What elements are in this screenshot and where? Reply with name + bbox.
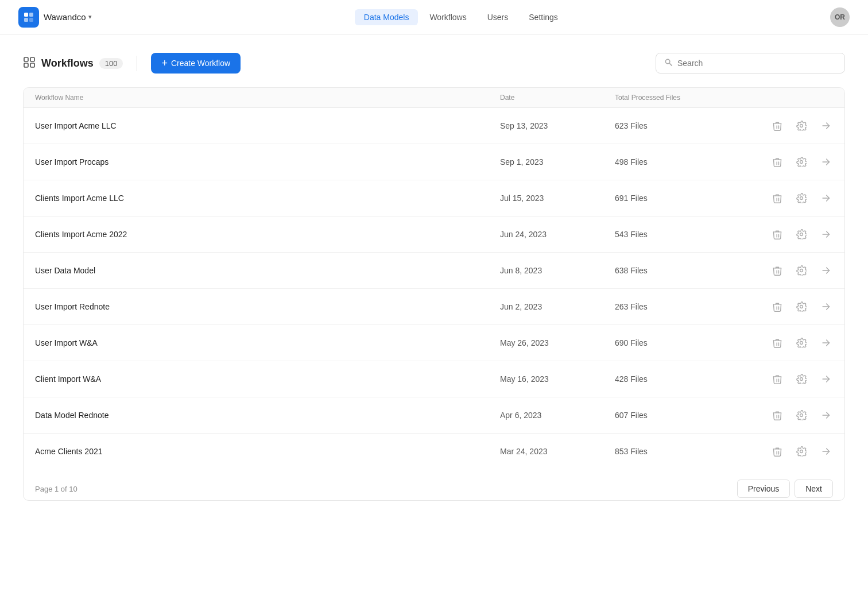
pagination-row: Page 1 of 10 Previous Next — [24, 469, 844, 500]
chevron-down-icon: ▾ — [88, 13, 92, 21]
settings-button[interactable] — [794, 408, 809, 423]
row-name: User Import Acme LLC — [35, 121, 500, 130]
table-row: User Import Rednote Jun 2, 2023 263 File… — [24, 289, 844, 325]
row-date: Jun 24, 2023 — [500, 230, 615, 239]
table-row: User Import Procaps Sep 1, 2023 498 File… — [24, 144, 844, 180]
svg-line-9 — [669, 63, 672, 65]
workflows-icon — [23, 56, 36, 71]
row-name: Client Import W&A — [35, 374, 500, 384]
row-actions — [741, 191, 833, 206]
row-date: May 26, 2023 — [500, 338, 615, 347]
svg-point-48 — [800, 450, 803, 453]
nav-item-data-models[interactable]: Data Models — [355, 9, 418, 25]
row-files: 498 Files — [615, 157, 741, 167]
row-name: Clients Import Acme LLC — [35, 194, 500, 203]
col-header-name: Workflow Name — [35, 94, 500, 102]
app-name[interactable]: Wawandco ▾ — [44, 12, 92, 22]
navigate-button[interactable] — [818, 372, 833, 386]
table-header: Workflow Name Date Total Processed Files — [24, 88, 844, 108]
svg-point-24 — [800, 233, 803, 236]
svg-point-40 — [800, 378, 803, 381]
nav-item-users[interactable]: Users — [478, 9, 518, 25]
navigate-button[interactable] — [818, 444, 833, 459]
svg-point-16 — [800, 161, 803, 164]
delete-button[interactable] — [770, 191, 785, 206]
nav-item-settings[interactable]: Settings — [520, 9, 567, 25]
delete-button[interactable] — [770, 408, 785, 423]
delete-button[interactable] — [770, 263, 785, 278]
svg-point-36 — [800, 342, 803, 345]
delete-button[interactable] — [770, 444, 785, 459]
toolbar-left: Workflows 100 + Create Workflow — [23, 53, 241, 74]
navigate-button[interactable] — [818, 263, 833, 278]
navigate-button[interactable] — [818, 118, 833, 133]
navigate-button[interactable] — [818, 227, 833, 242]
delete-button[interactable] — [770, 299, 785, 314]
settings-button[interactable] — [794, 263, 809, 278]
table-row: Clients Import Acme LLC Jul 15, 2023 691… — [24, 180, 844, 217]
plus-icon: + — [161, 58, 168, 68]
svg-point-44 — [800, 414, 803, 417]
delete-button[interactable] — [770, 335, 785, 350]
row-name: User Import Procaps — [35, 157, 500, 167]
search-icon — [664, 58, 673, 68]
row-date: May 16, 2023 — [500, 374, 615, 384]
settings-button[interactable] — [794, 444, 809, 459]
svg-rect-7 — [30, 63, 34, 67]
delete-button[interactable] — [770, 227, 785, 242]
nav-item-workflows[interactable]: Workflows — [420, 9, 475, 25]
row-actions — [741, 335, 833, 350]
settings-button[interactable] — [794, 191, 809, 206]
page-content: Workflows 100 + Create Workflow Workflow… — [0, 34, 868, 519]
row-files: 263 Files — [615, 302, 741, 311]
settings-button[interactable] — [794, 299, 809, 314]
create-workflow-button[interactable]: + Create Workflow — [151, 53, 241, 74]
navigate-button[interactable] — [818, 154, 833, 169]
row-files: 638 Files — [615, 266, 741, 275]
previous-button[interactable]: Previous — [737, 480, 790, 498]
row-files: 623 Files — [615, 121, 741, 130]
row-date: Apr 6, 2023 — [500, 411, 615, 420]
svg-point-8 — [665, 59, 670, 64]
navigate-button[interactable] — [818, 299, 833, 314]
row-files: 690 Files — [615, 338, 741, 347]
row-date: Jul 15, 2023 — [500, 194, 615, 203]
table-row: Data Model Rednote Apr 6, 2023 607 Files — [24, 397, 844, 434]
navigate-button[interactable] — [818, 408, 833, 423]
table-row: Clients Import Acme 2022 Jun 24, 2023 54… — [24, 217, 844, 253]
settings-button[interactable] — [794, 118, 809, 133]
row-name: User Import Rednote — [35, 302, 500, 311]
next-button[interactable]: Next — [795, 480, 833, 498]
search-input[interactable] — [677, 59, 836, 68]
header: Wawandco ▾ Data Models Workflows Users S… — [0, 0, 868, 34]
navigate-button[interactable] — [818, 191, 833, 206]
page-title: Workflows — [41, 57, 94, 69]
count-badge: 100 — [99, 58, 123, 69]
delete-button[interactable] — [770, 154, 785, 169]
row-name: Acme Clients 2021 — [35, 447, 500, 456]
settings-button[interactable] — [794, 335, 809, 350]
table-row: User Data Model Jun 8, 2023 638 Files — [24, 253, 844, 289]
svg-point-32 — [800, 306, 803, 308]
svg-rect-6 — [24, 63, 28, 67]
delete-button[interactable] — [770, 372, 785, 386]
header-left: Wawandco ▾ — [18, 7, 92, 28]
row-files: 607 Files — [615, 411, 741, 420]
svg-rect-0 — [24, 13, 28, 17]
svg-point-28 — [800, 269, 803, 272]
row-name: Clients Import Acme 2022 — [35, 230, 500, 239]
delete-button[interactable] — [770, 118, 785, 133]
row-files: 853 Files — [615, 447, 741, 456]
main-nav: Data Models Workflows Users Settings — [355, 9, 567, 25]
row-name: User Data Model — [35, 266, 500, 275]
avatar[interactable]: OR — [830, 7, 850, 27]
col-header-date: Date — [500, 94, 615, 102]
settings-button[interactable] — [794, 227, 809, 242]
table-row: Client Import W&A May 16, 2023 428 Files — [24, 361, 844, 397]
navigate-button[interactable] — [818, 335, 833, 350]
settings-button[interactable] — [794, 154, 809, 169]
row-name: User Import W&A — [35, 338, 500, 347]
table-row: User Import W&A May 26, 2023 690 Files — [24, 325, 844, 361]
settings-button[interactable] — [794, 372, 809, 386]
row-actions — [741, 118, 833, 133]
